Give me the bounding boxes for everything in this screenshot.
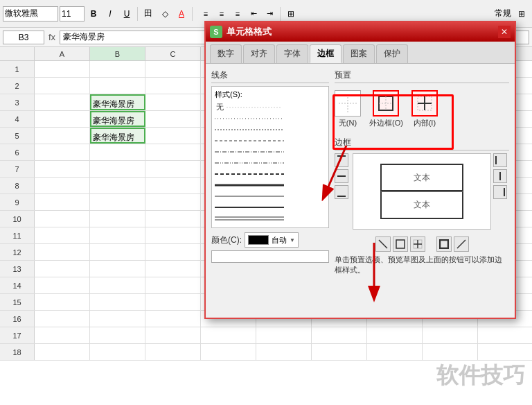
preset-inner-box xyxy=(411,90,438,117)
cell-c3[interactable] xyxy=(145,94,201,110)
border-thick-outer-button[interactable] xyxy=(436,236,452,252)
tab-border[interactable]: 边框 xyxy=(310,44,342,63)
row-header: 13 xyxy=(0,261,35,277)
cell-b1[interactable] xyxy=(90,61,145,77)
preset-section: 预置 无(N) xyxy=(335,69,509,132)
line-style-medium-dash[interactable] xyxy=(215,169,326,179)
line-style-medium-solid[interactable] xyxy=(215,203,326,212)
format-label: 常规 xyxy=(495,8,511,19)
bold-button[interactable]: B xyxy=(86,6,101,21)
preset-outer[interactable]: 外边框(O) xyxy=(369,90,403,128)
cell-c1[interactable] xyxy=(145,61,201,77)
row-header: 1 xyxy=(0,61,35,77)
border-diag-up-button[interactable] xyxy=(454,236,469,252)
row-header: 10 xyxy=(0,211,35,227)
align-section: ≡ ≡ ≡ ⇤ ⇥ xyxy=(198,6,277,21)
preset-outer-label: 外边框(O) xyxy=(369,118,403,128)
border-left-button[interactable] xyxy=(493,153,507,167)
row-header: 8 xyxy=(0,178,35,193)
line-sample-medium-solid xyxy=(215,203,326,212)
line-sample-dash1 xyxy=(215,136,326,146)
indent-right-button[interactable]: ⇥ xyxy=(262,6,277,21)
tab-number[interactable]: 数字 xyxy=(210,44,242,63)
line-style-box: 样式(S): 无 xyxy=(211,86,329,228)
align-center-button[interactable]: ≡ xyxy=(214,6,229,21)
font-name-input[interactable] xyxy=(3,6,58,21)
preview-bottom-cell: 文本 xyxy=(380,191,463,219)
line-style-solid[interactable] xyxy=(215,191,326,201)
border-section-label: 边框 xyxy=(335,137,509,150)
align-right-button[interactable]: ≡ xyxy=(230,6,245,21)
line-style-none[interactable]: 无 xyxy=(215,102,326,112)
cell-b4[interactable]: 豪华海景房 xyxy=(90,111,145,127)
border-outer-button[interactable] xyxy=(393,236,408,252)
grid-button[interactable]: ⊞ xyxy=(514,6,529,21)
line-style-dot2[interactable] xyxy=(215,125,326,135)
border-middle-h-button[interactable] xyxy=(335,169,348,183)
underline-button[interactable]: U xyxy=(119,6,134,21)
line-style-dashdot[interactable] xyxy=(215,147,326,157)
cell-a2[interactable] xyxy=(35,78,90,94)
line-style-dashdotdot[interactable] xyxy=(215,158,326,168)
preset-inner[interactable]: 内部(I) xyxy=(411,90,438,128)
border-middle-v-button[interactable] xyxy=(493,169,507,183)
line-style-dash1[interactable] xyxy=(215,136,326,146)
cell-c4[interactable] xyxy=(145,111,201,127)
cell-c2[interactable] xyxy=(145,78,201,94)
tab-pattern[interactable]: 图案 xyxy=(343,44,375,63)
line-style-double[interactable] xyxy=(215,214,326,223)
line-section-label: 线条 xyxy=(211,69,329,83)
preset-icons: 无(N) 外边框(O) xyxy=(335,86,509,132)
row-header: 9 xyxy=(0,194,35,210)
line-sample-dot2 xyxy=(215,125,326,135)
dialog-close-button[interactable]: ✕ xyxy=(498,26,511,38)
preset-none[interactable]: 无(N) xyxy=(335,90,361,128)
color-label: 颜色(C): xyxy=(211,234,242,246)
dialog-title: 单元格格式 xyxy=(227,26,494,38)
cell-b5[interactable]: 豪华海景房 xyxy=(90,128,145,144)
cell-b3[interactable]: 豪华海景房 xyxy=(90,94,145,110)
indent-left-button[interactable]: ⇤ xyxy=(246,6,261,21)
border-diag-down-button[interactable] xyxy=(375,236,391,252)
border-right-button[interactable] xyxy=(493,185,507,199)
color-row: 颜色(C): 自动 ▼ xyxy=(211,232,329,248)
tab-align[interactable]: 对齐 xyxy=(243,44,275,63)
merge-button[interactable]: ⊞ xyxy=(283,6,299,21)
cell-a1[interactable] xyxy=(35,61,90,77)
cell-c5[interactable] xyxy=(145,128,201,144)
cell-a5[interactable] xyxy=(35,128,90,144)
cell-a3[interactable] xyxy=(35,94,90,110)
col-header-a[interactable]: A xyxy=(35,47,90,60)
border-preview-box[interactable]: 文本 文本 xyxy=(353,153,491,230)
col-header-b[interactable]: B xyxy=(90,47,145,60)
line-sample-medium-dash xyxy=(215,169,326,179)
col-header-c[interactable]: C xyxy=(145,47,201,60)
border-inner-button[interactable] xyxy=(410,236,425,252)
border-bottom-button[interactable] xyxy=(335,185,348,199)
font-color-button[interactable]: A xyxy=(174,6,189,21)
line-sample-thick xyxy=(215,180,326,190)
align-left-button[interactable]: ≡ xyxy=(198,6,213,21)
border-preview-area: 文本 文本 xyxy=(335,153,509,234)
font-size-input[interactable] xyxy=(60,6,85,21)
cell-b2[interactable] xyxy=(90,78,145,94)
italic-button[interactable]: I xyxy=(103,6,118,21)
cell-a4[interactable] xyxy=(35,111,90,127)
tab-font[interactable]: 字体 xyxy=(276,44,308,63)
line-style-thick[interactable] xyxy=(215,180,326,190)
separator3 xyxy=(280,7,281,21)
cell-ref-input[interactable] xyxy=(3,31,44,44)
separator2 xyxy=(192,7,193,21)
fill-button[interactable]: ◇ xyxy=(157,6,172,21)
border-left-buttons xyxy=(335,153,348,234)
separator1 xyxy=(137,7,138,21)
border-button[interactable]: 田 xyxy=(141,6,156,21)
preview-top-cell: 文本 xyxy=(380,164,463,191)
tab-protection[interactable]: 保护 xyxy=(376,44,408,63)
line-sample-dot1 xyxy=(215,114,326,123)
border-top-button[interactable] xyxy=(335,153,348,167)
row-header: 2 xyxy=(0,78,35,94)
color-dropdown[interactable]: 自动 ▼ xyxy=(245,232,299,248)
line-style-dot1[interactable] xyxy=(215,114,326,123)
dialog-app-icon: S xyxy=(210,26,222,38)
